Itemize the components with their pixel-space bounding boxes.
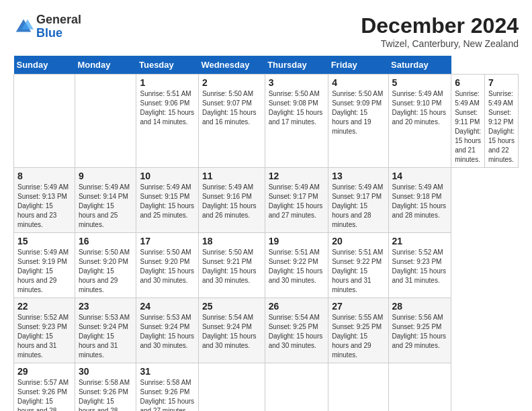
calendar-day-cell: 19Sunrise: 5:51 AMSunset: 9:22 PMDayligh… <box>265 233 328 298</box>
day-number: 1 <box>140 77 194 88</box>
day-number: 4 <box>332 77 384 88</box>
day-number: 6 <box>455 77 481 88</box>
day-info: Sunrise: 5:52 AMSunset: 9:23 PMDaylight:… <box>392 248 448 285</box>
day-number: 30 <box>79 366 133 377</box>
day-info: Sunrise: 5:52 AMSunset: 9:23 PMDaylight:… <box>17 313 71 360</box>
day-info: Sunrise: 5:55 AMSunset: 9:25 PMDaylight:… <box>332 313 384 360</box>
calendar-day-cell: 16Sunrise: 5:50 AMSunset: 9:20 PMDayligh… <box>75 233 136 298</box>
weekday-header: Sunday <box>14 56 75 75</box>
weekday-header: Tuesday <box>136 56 198 75</box>
day-info: Sunrise: 5:49 AMSunset: 9:19 PMDaylight:… <box>17 248 71 295</box>
day-number: 16 <box>79 236 133 246</box>
page-header: General Blue December 2024 Twizel, Cante… <box>13 13 519 49</box>
calendar-day-cell: 18Sunrise: 5:50 AMSunset: 9:21 PMDayligh… <box>198 233 265 298</box>
weekday-header: Thursday <box>265 56 328 75</box>
day-info: Sunrise: 5:49 AMSunset: 9:18 PMDaylight:… <box>392 183 448 220</box>
calendar-day-cell: 7Sunrise: 5:49 AMSunset: 9:12 PMDaylight… <box>485 75 519 168</box>
day-info: Sunrise: 5:49 AMSunset: 9:14 PMDaylight:… <box>79 183 133 230</box>
day-info: Sunrise: 5:53 AMSunset: 9:24 PMDaylight:… <box>140 313 194 351</box>
logo-blue: Blue <box>36 26 62 40</box>
calendar-day-cell: 26Sunrise: 5:54 AMSunset: 9:25 PMDayligh… <box>265 298 328 363</box>
day-number: 21 <box>392 236 448 246</box>
day-info: Sunrise: 5:53 AMSunset: 9:24 PMDaylight:… <box>79 313 133 360</box>
day-number: 19 <box>269 236 325 246</box>
empty-cell <box>265 363 328 412</box>
calendar-day-cell: 30Sunrise: 5:58 AMSunset: 9:26 PMDayligh… <box>75 363 136 412</box>
logo-general: General <box>36 13 81 26</box>
calendar-day-cell: 15Sunrise: 5:49 AMSunset: 9:19 PMDayligh… <box>14 233 75 298</box>
calendar-day-cell: 8Sunrise: 5:49 AMSunset: 9:13 PMDaylight… <box>14 168 75 233</box>
location: Twizel, Canterbury, New Zealand <box>361 38 519 49</box>
day-info: Sunrise: 5:50 AMSunset: 9:09 PMDaylight:… <box>332 89 384 136</box>
day-info: Sunrise: 5:50 AMSunset: 9:20 PMDaylight:… <box>79 248 133 295</box>
day-info: Sunrise: 5:57 AMSunset: 9:26 PMDaylight:… <box>17 378 71 411</box>
calendar-day-cell: 2Sunrise: 5:50 AMSunset: 9:07 PMDaylight… <box>198 75 265 168</box>
calendar-day-cell: 10Sunrise: 5:49 AMSunset: 9:15 PMDayligh… <box>136 168 198 233</box>
calendar-day-cell: 14Sunrise: 5:49 AMSunset: 9:18 PMDayligh… <box>388 168 451 233</box>
day-number: 11 <box>202 171 261 181</box>
day-number: 26 <box>269 301 325 312</box>
day-number: 31 <box>140 366 194 377</box>
weekday-header: Friday <box>328 56 388 75</box>
title-block: December 2024 Twizel, Canterbury, New Ze… <box>361 13 519 49</box>
calendar-day-cell: 11Sunrise: 5:49 AMSunset: 9:16 PMDayligh… <box>198 168 265 233</box>
calendar-day-cell: 6Sunrise: 5:49 AMSunset: 9:11 PMDaylight… <box>451 75 485 168</box>
day-number: 20 <box>332 236 384 246</box>
day-number: 18 <box>202 236 261 246</box>
day-info: Sunrise: 5:50 AMSunset: 9:07 PMDaylight:… <box>202 89 261 127</box>
day-number: 5 <box>392 77 448 88</box>
empty-cell <box>328 363 388 412</box>
day-info: Sunrise: 5:49 AMSunset: 9:12 PMDaylight:… <box>488 89 515 165</box>
day-number: 17 <box>140 236 194 246</box>
calendar-day-cell: 21Sunrise: 5:52 AMSunset: 9:23 PMDayligh… <box>388 233 451 298</box>
day-info: Sunrise: 5:50 AMSunset: 9:21 PMDaylight:… <box>202 248 261 285</box>
calendar-day-cell: 3Sunrise: 5:50 AMSunset: 9:08 PMDaylight… <box>265 75 328 168</box>
day-number: 15 <box>17 236 71 246</box>
day-info: Sunrise: 5:54 AMSunset: 9:24 PMDaylight:… <box>202 313 261 351</box>
day-number: 23 <box>79 301 133 312</box>
calendar-day-cell: 12Sunrise: 5:49 AMSunset: 9:17 PMDayligh… <box>265 168 328 233</box>
day-number: 13 <box>332 171 384 181</box>
day-number: 9 <box>79 171 133 181</box>
day-info: Sunrise: 5:49 AMSunset: 9:15 PMDaylight:… <box>140 183 194 220</box>
weekday-header: Wednesday <box>198 56 265 75</box>
day-number: 14 <box>392 171 448 181</box>
calendar-day-cell: 29Sunrise: 5:57 AMSunset: 9:26 PMDayligh… <box>14 363 75 412</box>
day-number: 29 <box>17 366 71 377</box>
day-info: Sunrise: 5:49 AMSunset: 9:17 PMDaylight:… <box>332 183 384 230</box>
calendar-week-row: 15Sunrise: 5:49 AMSunset: 9:19 PMDayligh… <box>14 233 519 298</box>
month-title: December 2024 <box>361 13 519 38</box>
empty-cell <box>75 75 136 168</box>
day-info: Sunrise: 5:49 AMSunset: 9:13 PMDaylight:… <box>17 183 71 230</box>
weekday-header: Monday <box>75 56 136 75</box>
day-info: Sunrise: 5:54 AMSunset: 9:25 PMDaylight:… <box>269 313 325 351</box>
day-number: 28 <box>392 301 448 312</box>
calendar-day-cell: 25Sunrise: 5:54 AMSunset: 9:24 PMDayligh… <box>198 298 265 363</box>
day-info: Sunrise: 5:51 AMSunset: 9:22 PMDaylight:… <box>332 248 384 295</box>
calendar-day-cell: 4Sunrise: 5:50 AMSunset: 9:09 PMDaylight… <box>328 75 388 168</box>
calendar-week-row: 1Sunrise: 5:51 AMSunset: 9:06 PMDaylight… <box>14 75 519 168</box>
day-info: Sunrise: 5:56 AMSunset: 9:25 PMDaylight:… <box>392 313 448 351</box>
day-number: 24 <box>140 301 194 312</box>
calendar-day-cell: 27Sunrise: 5:55 AMSunset: 9:25 PMDayligh… <box>328 298 388 363</box>
day-info: Sunrise: 5:58 AMSunset: 9:26 PMDaylight:… <box>140 378 194 411</box>
day-info: Sunrise: 5:51 AMSunset: 9:06 PMDaylight:… <box>140 89 194 127</box>
empty-cell <box>388 363 451 412</box>
weekday-header: Saturday <box>388 56 451 75</box>
day-number: 7 <box>488 77 515 88</box>
day-info: Sunrise: 5:50 AMSunset: 9:20 PMDaylight:… <box>140 248 194 285</box>
logo-text: General Blue <box>36 13 81 40</box>
day-info: Sunrise: 5:58 AMSunset: 9:26 PMDaylight:… <box>79 378 133 411</box>
day-info: Sunrise: 5:49 AMSunset: 9:11 PMDaylight:… <box>455 89 481 165</box>
empty-cell <box>198 363 265 412</box>
calendar-day-cell: 23Sunrise: 5:53 AMSunset: 9:24 PMDayligh… <box>75 298 136 363</box>
day-info: Sunrise: 5:50 AMSunset: 9:08 PMDaylight:… <box>269 89 325 127</box>
calendar-day-cell: 28Sunrise: 5:56 AMSunset: 9:25 PMDayligh… <box>388 298 451 363</box>
day-number: 2 <box>202 77 261 88</box>
calendar-week-row: 29Sunrise: 5:57 AMSunset: 9:26 PMDayligh… <box>14 363 519 412</box>
day-info: Sunrise: 5:49 AMSunset: 9:10 PMDaylight:… <box>392 89 448 127</box>
calendar-day-cell: 13Sunrise: 5:49 AMSunset: 9:17 PMDayligh… <box>328 168 388 233</box>
day-number: 8 <box>17 171 71 181</box>
calendar-day-cell: 1Sunrise: 5:51 AMSunset: 9:06 PMDaylight… <box>136 75 198 168</box>
day-number: 27 <box>332 301 384 312</box>
